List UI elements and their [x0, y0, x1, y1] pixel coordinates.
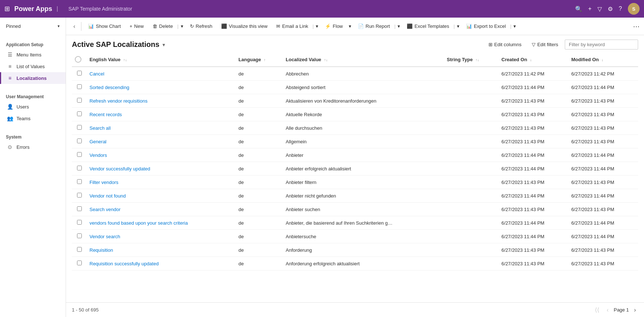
row-checkbox-cell[interactable] — [72, 81, 87, 94]
sidebar-pinned[interactable]: Pinned ▾ — [0, 21, 66, 32]
col-string-type[interactable]: String Type ↑↓ — [444, 52, 498, 67]
col-created-on[interactable]: Created On ↓ — [498, 52, 568, 67]
email-link-dropdown-caret[interactable]: ▾ — [314, 22, 320, 31]
row-english-value[interactable]: Cancel — [87, 67, 235, 81]
edit-columns-button[interactable]: ⊞ Edit columns — [485, 40, 525, 49]
row-english-value[interactable]: Requisition successfully updated — [87, 257, 235, 270]
row-english-value[interactable]: Vendor not found — [87, 189, 235, 203]
col-english-value[interactable]: English Value ↑↓ — [87, 52, 235, 67]
back-button[interactable]: ‹ — [70, 21, 78, 32]
row-english-value[interactable]: Filter vendors — [87, 176, 235, 189]
help-icon[interactable]: ? — [619, 5, 622, 12]
row-checkbox[interactable] — [77, 220, 82, 225]
delete-dropdown-caret[interactable]: ▾ — [179, 22, 185, 31]
row-english-value[interactable]: Recent records — [87, 108, 235, 121]
col-language[interactable]: Language ↑ — [235, 52, 283, 67]
english-value-link[interactable]: Refresh vendor requisitions — [89, 98, 147, 104]
row-english-value[interactable]: vendors found based upon your search cri… — [87, 216, 235, 230]
prev-page-button[interactable]: ‹ — [604, 306, 611, 314]
row-english-value[interactable]: General — [87, 135, 235, 148]
add-icon[interactable]: + — [588, 5, 592, 12]
row-checkbox-cell[interactable] — [72, 67, 87, 81]
excel-templates-dropdown-caret[interactable]: ▾ — [455, 22, 461, 31]
search-icon[interactable]: 🔍 — [575, 5, 582, 12]
row-checkbox[interactable] — [77, 139, 82, 143]
row-checkbox-cell[interactable] — [72, 230, 87, 243]
row-checkbox-cell[interactable] — [72, 135, 87, 148]
english-value-link[interactable]: Sorted descending — [89, 85, 129, 90]
english-value-link[interactable]: Search all — [89, 125, 111, 131]
row-checkbox[interactable] — [77, 233, 82, 238]
row-checkbox[interactable] — [77, 152, 82, 157]
export-excel-button[interactable]: 📊 Export to Excel — [462, 22, 509, 31]
row-checkbox[interactable] — [77, 261, 82, 265]
english-value-link[interactable]: Vendor not found — [89, 193, 126, 199]
english-value-link[interactable]: Requisition successfully updated — [89, 261, 159, 266]
row-checkbox[interactable] — [77, 247, 82, 252]
visualize-button[interactable]: ⬛ Visualize this view — [217, 22, 271, 31]
toolbar-more-button[interactable]: ⋯ — [633, 22, 640, 30]
row-english-value[interactable]: Vendor successfully updated — [87, 162, 235, 176]
row-checkbox[interactable] — [77, 179, 82, 184]
row-checkbox-cell[interactable] — [72, 176, 87, 189]
filter-by-keyword-input[interactable] — [565, 40, 638, 49]
grid-icon[interactable]: ⊞ — [4, 5, 10, 13]
row-english-value[interactable]: Vendor search — [87, 230, 235, 243]
row-checkbox-cell[interactable] — [72, 189, 87, 203]
sidebar-item-teams[interactable]: 👥 Teams — [0, 113, 66, 124]
sidebar-item-list-of-values[interactable]: ≡ List of Values — [0, 60, 66, 72]
row-checkbox-cell[interactable] — [72, 216, 87, 230]
delete-button[interactable]: 🗑 Delete — [149, 22, 177, 31]
select-all-checkbox[interactable] — [75, 56, 81, 63]
row-english-value[interactable]: Refresh vendor requisitions — [87, 94, 235, 108]
settings-icon[interactable]: ⚙ — [608, 5, 613, 12]
row-checkbox-cell[interactable] — [72, 108, 87, 121]
row-english-value[interactable]: Requisition — [87, 243, 235, 257]
english-value-link[interactable]: Vendors — [89, 152, 107, 158]
english-value-link[interactable]: Cancel — [89, 71, 104, 77]
row-english-value[interactable]: Sorted descending — [87, 81, 235, 94]
sidebar-item-localizations[interactable]: ≡ Localizations — [0, 72, 66, 84]
english-value-link[interactable]: General — [89, 139, 106, 144]
row-checkbox-cell[interactable] — [72, 121, 87, 135]
row-checkbox[interactable] — [77, 193, 82, 198]
row-checkbox-cell[interactable] — [72, 203, 87, 216]
refresh-button[interactable]: ↻ Refresh — [186, 22, 216, 31]
run-report-button[interactable]: 📄 Run Report — [354, 22, 394, 31]
row-checkbox-cell[interactable] — [72, 162, 87, 176]
row-checkbox-cell[interactable] — [72, 148, 87, 162]
english-value-link[interactable]: vendors found based upon your search cri… — [89, 220, 188, 226]
row-checkbox[interactable] — [77, 166, 82, 170]
english-value-link[interactable]: Filter vendors — [89, 180, 118, 185]
row-english-value[interactable]: Search vendor — [87, 203, 235, 216]
show-chart-button[interactable]: 📊 Show Chart — [84, 22, 124, 31]
row-checkbox-cell[interactable] — [72, 257, 87, 270]
row-checkbox[interactable] — [77, 125, 82, 130]
row-checkbox[interactable] — [77, 111, 82, 116]
sidebar-item-menu-items[interactable]: ☰ Menu Items — [0, 49, 66, 60]
export-excel-dropdown-caret[interactable]: ▾ — [512, 22, 517, 31]
english-value-link[interactable]: Recent records — [89, 112, 122, 117]
english-value-link[interactable]: Search vendor — [89, 207, 121, 212]
english-value-link[interactable]: Vendor search — [89, 234, 120, 239]
english-value-link[interactable]: Vendor successfully updated — [89, 166, 150, 172]
english-value-link[interactable]: Requisition — [89, 247, 113, 253]
email-link-button[interactable]: ✉ Email a Link — [272, 22, 312, 31]
new-button[interactable]: + New — [126, 22, 147, 31]
row-checkbox[interactable] — [77, 98, 82, 103]
row-english-value[interactable]: Vendors — [87, 148, 235, 162]
excel-templates-button[interactable]: ⬛ Excel Templates — [403, 22, 453, 31]
first-page-button[interactable]: ⟨⟨ — [593, 306, 601, 314]
row-checkbox[interactable] — [77, 206, 82, 211]
row-checkbox-cell[interactable] — [72, 94, 87, 108]
sidebar-item-users[interactable]: 👤 Users — [0, 101, 66, 113]
row-checkbox[interactable] — [77, 71, 82, 75]
row-checkbox-cell[interactable] — [72, 243, 87, 257]
sidebar-item-errors[interactable]: ⊙ Errors — [0, 141, 66, 153]
row-checkbox[interactable] — [77, 84, 82, 89]
filter-icon[interactable]: ▽ — [597, 5, 602, 12]
page-title-caret[interactable]: ▾ — [162, 42, 165, 48]
edit-filters-button[interactable]: ▽ Edit filters — [528, 40, 562, 49]
next-page-button[interactable]: › — [632, 306, 638, 314]
avatar[interactable]: S — [628, 3, 640, 15]
